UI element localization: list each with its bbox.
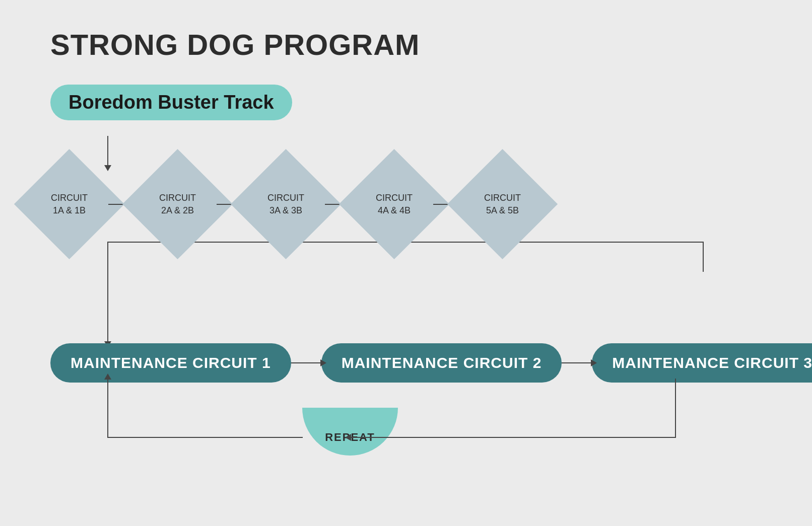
diamond-wrapper-3: CIRCUIT3A & 3B xyxy=(247,165,325,243)
boredom-buster-pill: Boredom Buster Track xyxy=(50,85,292,120)
diamonds-row: CIRCUIT1A & 1B CIRCUIT2A & 2B CIRCUIT3A … xyxy=(30,165,542,243)
diamond-label-1: CIRCUIT1A & 1B xyxy=(51,191,88,216)
diamond-wrapper-4: CIRCUIT4A & 4B xyxy=(355,165,433,243)
arrow-mc1-mc2 xyxy=(291,362,321,363)
maintenance-circuit-2: MAINTENANCE CIRCUIT 2 xyxy=(321,343,562,383)
diamond-wrapper-2: CIRCUIT2A & 2B xyxy=(139,165,217,243)
diamond-label-2: CIRCUIT2A & 2B xyxy=(159,191,196,216)
diamond-label-3: CIRCUIT3A & 3B xyxy=(267,191,304,216)
connector-right-vertical xyxy=(703,242,704,272)
diamond-wrapper-5: CIRCUIT5A & 5B xyxy=(463,165,542,243)
connector-repeat-horizontal xyxy=(350,437,676,438)
diamond-wrapper-1: CIRCUIT1A & 1B xyxy=(30,165,108,243)
connector-mc1-up xyxy=(107,379,108,438)
repeat-shape: REPEAT xyxy=(302,408,398,456)
page-title: STRONG DOG PROGRAM xyxy=(50,28,420,61)
connector-repeat-left xyxy=(107,437,303,438)
maintenance-row: MAINTENANCE CIRCUIT 1 MAINTENANCE CIRCUI… xyxy=(50,343,812,383)
connector-mc3-down xyxy=(675,379,676,438)
arrow-pill-to-diamonds xyxy=(107,136,108,166)
page: STRONG DOG PROGRAM Boredom Buster Track … xyxy=(0,0,812,526)
diamond-label-4: CIRCUIT4A & 4B xyxy=(376,191,413,216)
diamond-circuit-5: CIRCUIT5A & 5B xyxy=(447,149,558,259)
connector-left-vertical xyxy=(107,242,108,342)
maintenance-circuit-1: MAINTENANCE CIRCUIT 1 xyxy=(50,343,291,383)
arrow-mc2-mc3 xyxy=(562,362,592,363)
diamond-label-5: CIRCUIT5A & 5B xyxy=(484,191,521,216)
maintenance-circuit-3: MAINTENANCE CIRCUIT 3 xyxy=(592,343,812,383)
